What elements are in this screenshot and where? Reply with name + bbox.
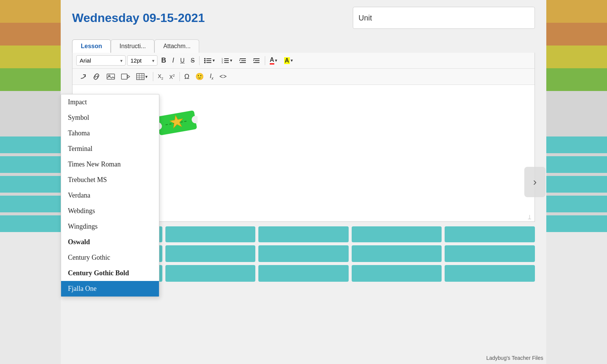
color-strip	[0, 91, 61, 106]
svg-rect-18	[253, 62, 259, 63]
svg-point-4	[204, 62, 206, 63]
color-strip	[0, 156, 61, 173]
font-list-item[interactable]: Times New Roman	[61, 157, 159, 172]
bullet-list-icon	[204, 57, 212, 64]
bottom-tab-2[interactable]	[165, 226, 256, 242]
header: Wednesday 09-15-2021	[61, 0, 546, 36]
image-button[interactable]	[104, 72, 117, 82]
size-select-wrapper[interactable]: 12pt ▼	[127, 55, 157, 66]
bottom-tab-row2-3[interactable]	[258, 245, 349, 262]
color-strip	[546, 156, 607, 173]
color-strip	[0, 176, 61, 193]
font-list-item[interactable]: Terminal	[61, 141, 159, 157]
svg-marker-19	[253, 60, 254, 61]
italic-button[interactable]: I	[170, 55, 176, 66]
font-list-item[interactable]: Verdana	[61, 188, 159, 203]
color-strip	[0, 106, 61, 121]
bottom-tab-4[interactable]	[352, 226, 442, 242]
decrease-indent-button[interactable]	[237, 56, 249, 66]
right-color-strips	[546, 0, 607, 364]
bold-button[interactable]: B	[159, 55, 168, 66]
svg-rect-1	[206, 58, 211, 59]
superscript-button[interactable]: X2	[167, 72, 177, 82]
numbered-list-icon: 1. 2. 3.	[222, 57, 229, 64]
subscript-icon: X2	[158, 73, 163, 80]
numbered-list-arrow: ▼	[229, 58, 233, 63]
resize-handle[interactable]: ⟘	[528, 215, 533, 220]
increase-indent-button[interactable]	[250, 56, 263, 66]
numbered-list-button[interactable]: 1. 2. 3. ▼	[219, 56, 235, 66]
font-list-item[interactable]: Century Gothic Bold	[61, 265, 159, 281]
font-list-item[interactable]: Fjalla One	[61, 281, 159, 297]
strikethrough-button[interactable]: S	[189, 56, 197, 66]
unit-input[interactable]	[353, 7, 535, 29]
font-list-item[interactable]: Century Gothic	[61, 250, 159, 265]
svg-rect-25	[137, 74, 144, 80]
link-button[interactable]	[90, 72, 103, 82]
font-select-wrapper[interactable]: Arial ▼	[76, 55, 126, 66]
table-button[interactable]: ▼	[134, 72, 151, 82]
color-strip	[0, 173, 61, 176]
redo-button[interactable]	[76, 72, 88, 82]
svg-rect-23	[121, 74, 127, 79]
bottom-tab-row3-5[interactable]	[445, 265, 535, 282]
color-strip	[546, 193, 607, 196]
svg-rect-14	[240, 62, 246, 63]
next-page-button[interactable]: ›	[524, 167, 546, 197]
special-chars-button[interactable]: Ω	[182, 71, 192, 82]
color-strip	[546, 136, 607, 153]
tab-lesson[interactable]: Lesson	[72, 39, 111, 53]
clear-formatting-button[interactable]: Ix	[208, 71, 215, 82]
color-strip	[0, 196, 61, 212]
emoji-icon: 🙂	[195, 72, 204, 81]
font-list-item[interactable]: Webdings	[61, 203, 159, 219]
bottom-tab-3[interactable]	[258, 226, 349, 242]
font-list-item[interactable]: Symbol	[61, 110, 159, 126]
bottom-tab-row2-2[interactable]	[165, 245, 256, 262]
source-code-button[interactable]: <>	[217, 72, 229, 82]
font-list-item[interactable]: Wingdings	[61, 219, 159, 234]
table-arrow: ▼	[145, 75, 148, 79]
svg-marker-24	[127, 75, 130, 78]
color-strip	[546, 121, 607, 136]
underline-button[interactable]: U	[178, 56, 187, 66]
bottom-tab-row3-3[interactable]	[258, 265, 349, 282]
font-select[interactable]: Arial	[76, 55, 126, 66]
color-strip	[0, 0, 61, 23]
video-button[interactable]	[119, 72, 132, 82]
color-strip	[546, 23, 607, 46]
bottom-tab-row2-4[interactable]	[352, 245, 442, 262]
table-icon	[136, 73, 145, 80]
color-strip	[546, 91, 607, 106]
tabs-bar: Lesson Instructi... Attachm...	[61, 39, 546, 53]
color-strip	[0, 136, 61, 153]
font-color-button[interactable]: A ▼	[267, 55, 280, 66]
bottom-tab-row3-4[interactable]	[352, 265, 442, 282]
svg-rect-17	[255, 60, 259, 61]
color-strip	[546, 68, 607, 91]
size-select[interactable]: 12pt	[127, 55, 157, 66]
color-strip	[546, 212, 607, 215]
color-strip	[546, 196, 607, 212]
bottom-tab-row3-2[interactable]	[165, 265, 256, 282]
image-icon	[107, 73, 115, 80]
bullet-list-button[interactable]: ▼	[202, 56, 218, 66]
highlight-color-button[interactable]: A ▼	[282, 56, 296, 66]
svg-rect-11	[224, 62, 229, 63]
emoji-button[interactable]: 🙂	[193, 71, 206, 82]
font-list-item[interactable]: Tahoma	[61, 126, 159, 141]
bottom-tab-5[interactable]	[445, 226, 535, 242]
font-list-item[interactable]: Impact	[61, 94, 159, 110]
tab-instructions[interactable]: Instructi...	[111, 39, 154, 53]
svg-rect-5	[206, 62, 211, 63]
svg-rect-12	[240, 58, 246, 59]
subscript-button[interactable]: X2	[156, 72, 165, 82]
highlight-color-arrow: ▼	[290, 58, 294, 63]
bottom-tab-row2-5[interactable]	[445, 245, 535, 262]
tab-attachments[interactable]: Attachm...	[154, 39, 199, 53]
font-list-item[interactable]: Trebuchet MS	[61, 172, 159, 188]
color-strip	[546, 215, 607, 232]
font-list: ImpactSymbolTahomaTerminalTimes New Roma…	[61, 94, 159, 297]
color-strip	[0, 193, 61, 196]
font-list-item[interactable]: Oswald	[61, 234, 159, 250]
